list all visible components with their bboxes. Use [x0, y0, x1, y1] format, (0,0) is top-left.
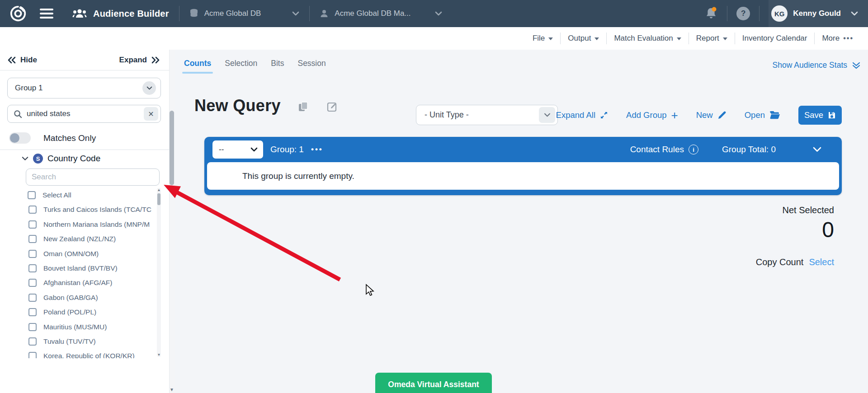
country-list-scrollbar[interactable]: ▲ ▼ [157, 188, 161, 357]
country-row-select-all[interactable]: Select All [21, 188, 156, 202]
country-row[interactable]: Northern Mariana Islands (MNP/M [21, 217, 156, 232]
omeda-logo-icon[interactable] [9, 5, 27, 23]
country-row[interactable]: Gabon (GAB/GA) [21, 290, 156, 305]
scroll-up-icon[interactable]: ▲ [157, 188, 161, 192]
copy-query-icon[interactable] [297, 101, 309, 112]
menu-inventory-calendar[interactable]: Inventory Calendar [735, 34, 815, 43]
caret-down-icon [723, 37, 727, 40]
checkbox[interactable] [28, 264, 37, 272]
scrollbar-thumb[interactable] [170, 111, 174, 185]
checkbox[interactable] [28, 279, 37, 287]
rename-query-icon[interactable] [326, 101, 338, 112]
country-row[interactable]: Afghanistan (AFG/AF) [21, 276, 156, 290]
save-button[interactable]: Save [798, 106, 842, 125]
tab-bits[interactable]: Bits [271, 59, 284, 74]
checkbox[interactable] [28, 250, 37, 258]
hamburger-menu-icon[interactable] [40, 9, 53, 19]
country-row[interactable]: Korea, Republic of (KOR/KR) [21, 349, 156, 358]
new-query-button[interactable]: New [696, 110, 726, 120]
tab-session[interactable]: Session [297, 59, 326, 74]
copy-count-select-link[interactable]: Select [809, 257, 834, 267]
tab-counts[interactable]: Counts [184, 59, 211, 74]
caret-down-icon [594, 37, 599, 40]
country-search-box [26, 168, 160, 186]
segment-badge-icon: S [33, 154, 43, 164]
group-empty-message: This group is currently empty. [207, 162, 839, 190]
add-group-button[interactable]: Add Group + [626, 110, 678, 120]
scroll-down-icon[interactable]: ▼ [157, 353, 161, 357]
topbar-divider [759, 6, 760, 21]
expand-sidebar-button[interactable]: Expand [119, 56, 160, 65]
menu-report[interactable]: Report [689, 34, 735, 43]
country-row[interactable]: Oman (OMN/OM) [21, 247, 156, 261]
notification-badge [712, 7, 717, 12]
country-search-input[interactable] [32, 173, 154, 182]
tree-node-country-code[interactable]: S Country Code [22, 154, 100, 164]
checkbox[interactable] [28, 220, 37, 229]
user-name: Kenny Gould [793, 9, 841, 18]
scrollbar-thumb[interactable] [157, 193, 160, 205]
clear-search-icon[interactable]: ✕ [144, 107, 158, 121]
double-chevron-right-icon [151, 56, 160, 64]
country-checkbox-list: Select All Turks and Caicos Islands (TCA… [21, 188, 156, 358]
double-chevron-left-icon [7, 56, 16, 64]
country-row[interactable]: New Zealand (NZL/NZ) [21, 232, 156, 246]
country-row[interactable]: Turks and Caicos Islands (TCA/TC [21, 202, 156, 217]
group-options-icon[interactable]: ••• [311, 145, 323, 154]
field-sidebar: Hide Expand Group 1 ✕ [0, 50, 175, 393]
tab-selection[interactable]: Selection [225, 59, 257, 74]
checkbox[interactable] [28, 337, 37, 346]
checkbox[interactable] [28, 323, 37, 331]
menu-more[interactable]: More••• [815, 34, 861, 43]
show-audience-stats-link[interactable]: Show Audience Stats [773, 61, 861, 70]
collapse-group-icon[interactable] [813, 147, 821, 152]
checkbox[interactable] [28, 294, 37, 302]
avatar: KG [771, 5, 788, 22]
expand-all-button[interactable]: Expand All [556, 110, 608, 120]
scroll-down-icon[interactable]: ▼ [169, 387, 175, 392]
checkbox[interactable] [28, 235, 37, 243]
caret-down-icon [677, 37, 681, 40]
checkbox[interactable] [28, 191, 36, 199]
chevron-down-icon [142, 81, 156, 95]
checkbox[interactable] [28, 352, 37, 358]
group-select-dropdown[interactable]: Group 1 [7, 78, 161, 98]
country-row[interactable]: Poland (POL/PL) [21, 305, 156, 319]
sidebar-scrollbar[interactable]: ▼ [169, 50, 175, 393]
profile-selector[interactable]: Acme Global DB Ma... [320, 9, 442, 18]
hide-sidebar-button[interactable]: Hide [7, 56, 37, 65]
country-row[interactable]: Mauritius (MUS/MU) [21, 320, 156, 334]
menu-file[interactable]: File [525, 34, 560, 43]
notifications-bell-icon[interactable] [705, 7, 718, 20]
open-folder-icon [769, 111, 780, 119]
audience-builder-app: Audience Builder Acme Global DB Acme Glo… [0, 0, 868, 393]
checkbox[interactable] [28, 206, 37, 214]
menu-match-evaluation[interactable]: Match Evaluation [607, 34, 688, 43]
double-chevron-down-icon [852, 62, 861, 69]
checkbox[interactable] [28, 308, 37, 316]
menu-output[interactable]: Output [561, 34, 606, 43]
virtual-assistant-button[interactable]: Omeda Virtual Assistant [375, 373, 492, 393]
open-query-button[interactable]: Open [745, 110, 780, 120]
person-icon [320, 9, 329, 18]
group-label: Group: 1 [270, 145, 304, 154]
group-operator-dropdown[interactable]: -- [212, 140, 263, 159]
net-selected-value: 0 [756, 218, 834, 242]
help-icon[interactable]: ? [736, 7, 750, 20]
unit-type-dropdown[interactable]: - Unit Type - [416, 105, 558, 125]
sidebar-search-input[interactable] [27, 109, 144, 118]
chevron-down-icon [22, 156, 28, 161]
country-row[interactable]: Bouvet Island (BVT/BV) [21, 261, 156, 276]
group-total: Group Total: 0 [722, 145, 776, 154]
country-row[interactable]: Tuvalu (TUV/TV) [21, 334, 156, 349]
chevron-down-icon [435, 11, 442, 16]
profile-selector-value: Acme Global DB Ma... [335, 9, 410, 18]
matches-only-row: Matches Only [9, 132, 96, 144]
unit-type-value: - Unit Type - [425, 110, 469, 120]
database-selector[interactable]: Acme Global DB [189, 9, 300, 19]
topbar-divider [179, 6, 179, 21]
contact-rules-link[interactable]: Contact Rules i [630, 145, 698, 154]
app-title-group: Audience Builder [72, 8, 169, 19]
user-menu[interactable]: KG Kenny Gould [769, 0, 868, 27]
matches-only-toggle[interactable] [9, 132, 31, 144]
